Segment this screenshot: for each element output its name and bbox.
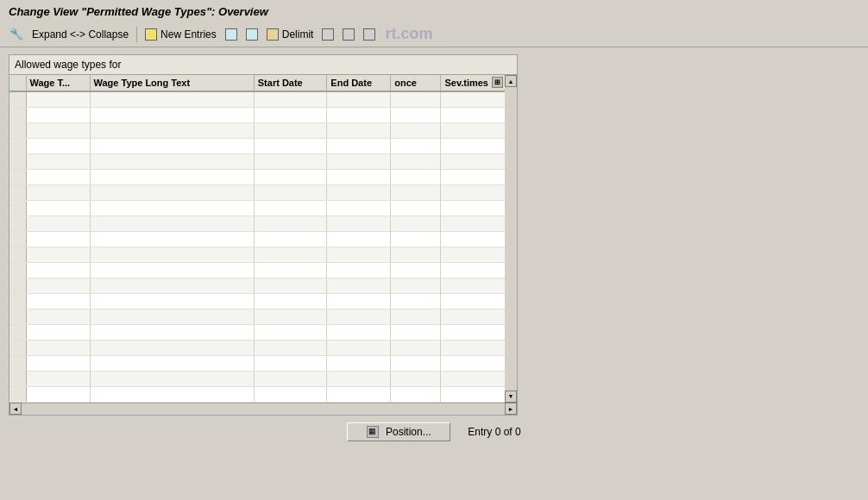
data-cell[interactable] xyxy=(90,293,254,309)
data-cell[interactable] xyxy=(90,153,254,169)
data-cell[interactable] xyxy=(26,371,90,386)
data-cell[interactable] xyxy=(254,324,327,340)
data-cell[interactable] xyxy=(327,200,391,216)
data-cell[interactable] xyxy=(391,278,441,293)
table-row[interactable] xyxy=(9,262,505,278)
data-cell[interactable] xyxy=(391,371,441,386)
data-cell[interactable] xyxy=(26,262,90,278)
data-cell[interactable] xyxy=(26,200,90,216)
data-cell[interactable] xyxy=(391,293,441,309)
data-cell[interactable] xyxy=(254,340,327,355)
data-cell[interactable] xyxy=(441,278,505,293)
table-row[interactable] xyxy=(9,122,505,138)
table-row[interactable] xyxy=(9,340,505,355)
data-cell[interactable] xyxy=(441,153,505,169)
data-cell[interactable] xyxy=(90,309,254,324)
data-cell[interactable] xyxy=(90,200,254,216)
data-cell[interactable] xyxy=(441,169,505,184)
position-btn[interactable]: ▦ Position... xyxy=(347,422,450,441)
data-cell[interactable] xyxy=(254,91,327,107)
data-cell[interactable] xyxy=(441,293,505,309)
table-row[interactable] xyxy=(9,107,505,122)
data-cell[interactable] xyxy=(254,169,327,184)
data-cell[interactable] xyxy=(26,231,90,247)
data-cell[interactable] xyxy=(90,386,254,402)
data-cell[interactable] xyxy=(327,340,391,355)
table-row[interactable] xyxy=(9,309,505,324)
table-row[interactable] xyxy=(9,278,505,293)
btn7[interactable] xyxy=(361,27,378,42)
data-cell[interactable] xyxy=(90,324,254,340)
data-cell[interactable] xyxy=(327,122,391,138)
data-cell[interactable] xyxy=(441,262,505,278)
scroll-up-btn[interactable]: ▲ xyxy=(505,75,517,87)
data-cell[interactable] xyxy=(441,247,505,262)
table-row[interactable] xyxy=(9,247,505,262)
data-cell[interactable] xyxy=(441,340,505,355)
table-row[interactable] xyxy=(9,355,505,371)
data-cell[interactable] xyxy=(254,216,327,231)
data-cell[interactable] xyxy=(441,324,505,340)
table-row[interactable] xyxy=(9,184,505,200)
data-cell[interactable] xyxy=(26,107,90,122)
data-cell[interactable] xyxy=(327,278,391,293)
data-cell[interactable] xyxy=(441,371,505,386)
data-cell[interactable] xyxy=(254,200,327,216)
data-cell[interactable] xyxy=(26,293,90,309)
data-cell[interactable] xyxy=(90,278,254,293)
data-cell[interactable] xyxy=(26,138,90,153)
data-cell[interactable] xyxy=(441,91,505,107)
data-cell[interactable] xyxy=(26,122,90,138)
data-cell[interactable] xyxy=(327,293,391,309)
data-cell[interactable] xyxy=(391,107,441,122)
data-cell[interactable] xyxy=(90,216,254,231)
data-cell[interactable] xyxy=(90,122,254,138)
data-cell[interactable] xyxy=(90,138,254,153)
delimit-btn[interactable]: Delimit xyxy=(264,27,317,42)
data-cell[interactable] xyxy=(254,386,327,402)
data-cell[interactable] xyxy=(441,200,505,216)
data-cell[interactable] xyxy=(26,91,90,107)
table-row[interactable] xyxy=(9,169,505,184)
data-cell[interactable] xyxy=(327,371,391,386)
data-cell[interactable] xyxy=(90,340,254,355)
table-row[interactable] xyxy=(9,293,505,309)
table-row[interactable] xyxy=(9,231,505,247)
table-row[interactable] xyxy=(9,200,505,216)
data-cell[interactable] xyxy=(327,216,391,231)
data-cell[interactable] xyxy=(327,138,391,153)
data-cell[interactable] xyxy=(391,216,441,231)
data-cell[interactable] xyxy=(391,153,441,169)
data-cell[interactable] xyxy=(441,107,505,122)
data-cell[interactable] xyxy=(254,293,327,309)
data-cell[interactable] xyxy=(327,247,391,262)
expand-collapse-btn[interactable]: Expand <-> Collapse xyxy=(29,27,131,42)
data-cell[interactable] xyxy=(90,169,254,184)
expand-icon-btn[interactable]: 🔧 xyxy=(7,26,26,42)
data-cell[interactable] xyxy=(254,262,327,278)
data-cell[interactable] xyxy=(254,278,327,293)
data-cell[interactable] xyxy=(26,355,90,371)
data-cell[interactable] xyxy=(254,184,327,200)
table-row[interactable] xyxy=(9,216,505,231)
data-cell[interactable] xyxy=(254,122,327,138)
settings-icon[interactable]: ⊞ xyxy=(492,77,503,88)
data-cell[interactable] xyxy=(254,309,327,324)
copy2-btn[interactable] xyxy=(243,27,261,42)
data-cell[interactable] xyxy=(90,231,254,247)
table-row[interactable] xyxy=(9,138,505,153)
data-cell[interactable] xyxy=(26,247,90,262)
data-cell[interactable] xyxy=(327,107,391,122)
data-cell[interactable] xyxy=(327,231,391,247)
data-cell[interactable] xyxy=(391,309,441,324)
data-cell[interactable] xyxy=(391,91,441,107)
data-cell[interactable] xyxy=(254,138,327,153)
data-cell[interactable] xyxy=(327,386,391,402)
data-cell[interactable] xyxy=(391,122,441,138)
data-cell[interactable] xyxy=(26,184,90,200)
scroll-down-btn[interactable]: ▼ xyxy=(505,391,517,403)
data-cell[interactable] xyxy=(90,262,254,278)
data-cell[interactable] xyxy=(327,309,391,324)
data-cell[interactable] xyxy=(26,169,90,184)
scroll-left-btn[interactable]: ◄ xyxy=(9,403,22,415)
